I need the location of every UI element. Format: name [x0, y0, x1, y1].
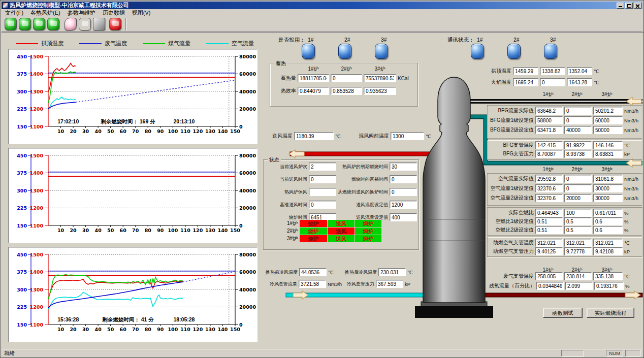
value-input[interactable] — [593, 150, 623, 158]
value-input[interactable] — [564, 272, 592, 280]
value-input[interactable] — [564, 226, 592, 234]
value-input[interactable] — [593, 239, 623, 247]
value-input[interactable] — [593, 175, 623, 183]
value-input[interactable] — [564, 239, 592, 247]
value-input[interactable] — [593, 116, 623, 124]
menu-item-1[interactable]: 文件(F) — [2, 9, 27, 17]
value-input[interactable] — [364, 87, 396, 95]
field-label: 当前送风炉次 — [265, 164, 307, 170]
lamp-glass — [82, 21, 88, 26]
value-input[interactable] — [299, 268, 327, 276]
value-input[interactable] — [564, 126, 592, 134]
value-input[interactable] — [298, 74, 329, 82]
monitor-stove1-icon[interactable] — [19, 18, 31, 30]
value-input[interactable] — [535, 141, 563, 149]
value-input[interactable] — [593, 247, 623, 255]
value-input[interactable] — [564, 107, 592, 115]
value-input[interactable] — [540, 67, 565, 75]
close-button[interactable] — [634, 3, 641, 9]
value-input[interactable] — [593, 126, 623, 134]
svg-text:90: 90 — [157, 327, 164, 332]
value-input[interactable] — [593, 184, 623, 192]
value-input[interactable] — [535, 107, 563, 115]
enable-lamp-1[interactable] — [302, 44, 315, 59]
value-input[interactable] — [594, 282, 624, 290]
monitor-stove2-icon[interactable] — [33, 18, 45, 30]
unit-label: Nm3/h — [624, 127, 640, 133]
value-input[interactable] — [564, 150, 592, 158]
actual-combustion-process-button[interactable]: 实际燃烧流程 — [587, 308, 634, 318]
value-input[interactable] — [593, 107, 623, 115]
value-input[interactable] — [331, 87, 362, 95]
value-input[interactable] — [535, 175, 563, 183]
value-input[interactable] — [593, 209, 623, 217]
value-input[interactable] — [564, 184, 592, 192]
value-input[interactable] — [535, 116, 563, 124]
value-input[interactable] — [564, 175, 592, 183]
blast-temp-input[interactable] — [294, 132, 334, 140]
maximize-button[interactable] — [625, 3, 633, 9]
mix-valve-temp-input[interactable] — [391, 132, 424, 140]
value-input[interactable] — [390, 213, 417, 221]
menu-item-5[interactable]: 视图(V) — [128, 9, 154, 17]
value-input[interactable] — [564, 209, 592, 217]
value-input[interactable] — [564, 141, 592, 149]
monitor-overview-icon[interactable] — [5, 18, 17, 30]
value-input[interactable] — [309, 188, 336, 196]
alarm-lamp-icon[interactable] — [79, 18, 91, 30]
value-input[interactable] — [390, 201, 417, 209]
value-input[interactable] — [390, 188, 417, 196]
value-input[interactable] — [535, 194, 563, 202]
value-input[interactable] — [564, 217, 592, 225]
monitor-stove3-icon[interactable] — [47, 18, 59, 30]
value-input[interactable] — [535, 209, 563, 217]
value-input[interactable] — [309, 175, 336, 183]
value-input[interactable] — [593, 272, 623, 280]
value-input[interactable] — [593, 217, 623, 225]
value-input[interactable] — [513, 67, 538, 75]
value-input[interactable] — [513, 78, 538, 86]
value-input[interactable] — [564, 194, 592, 202]
minimize-button[interactable] — [617, 3, 624, 9]
enable-lamp-2[interactable] — [338, 44, 351, 59]
shell-icon[interactable] — [65, 18, 77, 30]
value-input[interactable] — [567, 67, 592, 75]
value-input[interactable] — [535, 272, 563, 280]
database-box-icon[interactable] — [93, 18, 105, 30]
value-input[interactable] — [376, 280, 403, 288]
value-input[interactable] — [298, 87, 329, 95]
function-test-button[interactable]: 函数测试 — [543, 308, 583, 318]
comm-lamp-3[interactable] — [544, 44, 557, 59]
exit-power-icon[interactable] — [109, 18, 121, 30]
value-input[interactable] — [535, 184, 563, 192]
value-input[interactable] — [593, 141, 623, 149]
menu-item-3[interactable]: 参数与维护 — [64, 9, 99, 17]
value-input[interactable] — [564, 116, 592, 124]
value-input[interactable] — [535, 126, 563, 134]
value-input[interactable] — [309, 162, 336, 171]
value-input[interactable] — [390, 162, 417, 171]
value-input[interactable] — [535, 217, 563, 225]
menu-item-4[interactable]: 历史数据 — [99, 9, 128, 17]
value-input[interactable] — [536, 282, 564, 290]
enable-lamp-3[interactable] — [375, 44, 388, 59]
value-input[interactable] — [378, 268, 406, 276]
value-input[interactable] — [564, 247, 592, 255]
comm-lamp-1[interactable] — [471, 44, 484, 59]
value-input[interactable] — [540, 78, 565, 86]
value-input[interactable] — [535, 226, 563, 234]
value-input[interactable] — [390, 175, 417, 183]
value-input[interactable] — [309, 201, 336, 209]
value-input[interactable] — [593, 194, 623, 202]
value-input[interactable] — [593, 226, 623, 234]
value-input[interactable] — [535, 247, 563, 255]
comm-lamp-2[interactable] — [507, 44, 521, 59]
value-input[interactable] — [565, 282, 593, 290]
value-input[interactable] — [535, 239, 563, 247]
value-input[interactable] — [567, 78, 592, 86]
value-input[interactable] — [364, 74, 396, 82]
menu-item-2[interactable]: 各热风炉(E) — [27, 9, 64, 17]
value-input[interactable] — [331, 74, 362, 82]
value-input[interactable] — [299, 280, 326, 288]
value-input[interactable] — [535, 150, 563, 158]
